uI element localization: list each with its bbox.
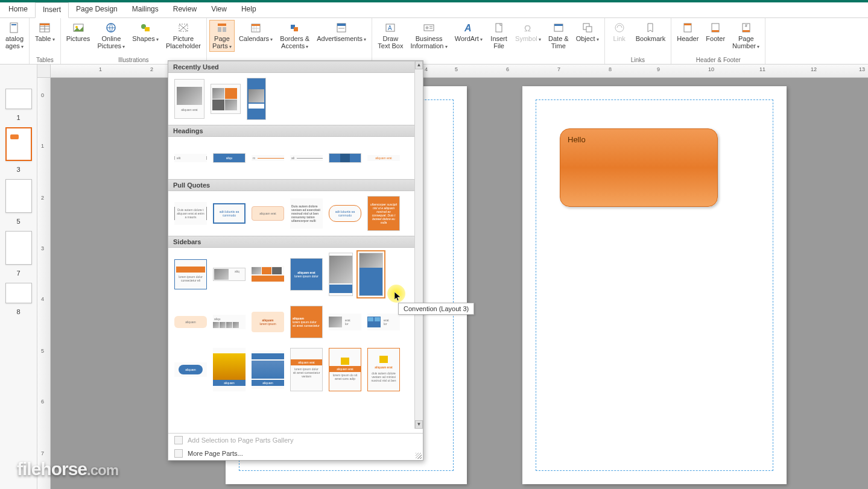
sidebar-thumb-1[interactable]: lorem ipsum dolor consectetur eli (174, 259, 207, 289)
pullquote-thumb-5[interactable]: adit lobortis ea commodo (329, 205, 361, 222)
date-time-button[interactable]: Date &Time (545, 20, 572, 51)
heading-thumb-6[interactable]: aliquam erat (367, 155, 400, 161)
page-number-button[interactable]: # PageNumber (729, 20, 762, 52)
group-label-tables: Tables (32, 56, 58, 64)
tab-help[interactable]: Help (234, 2, 264, 17)
catalog-pages-button[interactable]: atalogages (2, 20, 27, 52)
sidebar-thumb-10[interactable]: aliquamlorem ipsum dolor sit amet consec… (290, 306, 323, 338)
page-thumb-7-label: 7 (16, 270, 20, 277)
svg-rect-1 (11, 24, 16, 25)
tab-view[interactable]: View (204, 2, 234, 17)
svg-point-41 (615, 24, 624, 32)
pictures-icon (72, 22, 84, 34)
page-parts-button[interactable]: PageParts (209, 20, 235, 52)
page-thumb-1[interactable] (5, 89, 32, 109)
bookmark-button[interactable]: Bookmark (633, 20, 669, 44)
insert-file-button[interactable]: InsertFile (487, 20, 511, 51)
sidebar-thumb-9[interactable]: aliquamlorem ipsum (252, 312, 284, 332)
tab-mailings[interactable]: Mailings (125, 2, 166, 17)
watermark-brand: filehorse (17, 459, 87, 479)
pullquote-thumb-4[interactable]: Duis autem dolore veniam ad exercitati n… (290, 198, 323, 229)
more-page-parts[interactable]: More Page Parts... (168, 447, 423, 460)
sidebar-thumb-5[interactable] (329, 253, 353, 296)
page-thumb-3-label: 3 (16, 166, 20, 173)
page-thumb-5-label: 5 (16, 218, 20, 225)
draw-text-box-button[interactable]: A DrawText Box (375, 20, 406, 51)
pullquote-thumb-6[interactable]: ullamcorper suscipit nisl ut e aliquam n… (367, 196, 400, 231)
page-thumb-3[interactable] (5, 127, 32, 161)
wordart-button[interactable]: A WordArt (452, 20, 486, 45)
object-button[interactable]: Object (573, 20, 602, 45)
link-button[interactable]: Link (607, 20, 632, 44)
workspace: 1 3 5 7 8 1 2 3 4 5 6 7 8 9 10 11 12 13 … (0, 65, 868, 489)
picture-placeholder-icon (177, 22, 189, 34)
sidebar-thumb-12[interactable]: eratlor (367, 314, 400, 330)
sidebar-thumb-2[interactable]: aliq (213, 268, 246, 281)
sidebar-thumb-11[interactable]: eratlor (329, 314, 361, 330)
pullquote-thumb-2[interactable]: adit lobortis ea commodo (213, 203, 246, 224)
scroll-down-icon[interactable]: ▼ (415, 420, 423, 429)
business-info-button[interactable]: BusinessInformation (407, 20, 450, 52)
sidebar-thumb-15[interactable]: aliquam (252, 350, 284, 389)
table-button[interactable]: Table (32, 20, 58, 45)
heading-thumb-2[interactable]: aliqu (213, 153, 246, 163)
advertisements-button[interactable]: Advertisements (314, 20, 369, 45)
bookmark-icon (644, 22, 656, 34)
recent-thumb-1[interactable]: aliquam erat (174, 79, 204, 119)
footer-button[interactable]: Footer (703, 20, 728, 44)
recent-thumb-3[interactable] (247, 78, 266, 120)
tab-page-design[interactable]: Page Design (69, 2, 125, 17)
tab-home[interactable]: Home (1, 2, 35, 17)
sidebar-thumb-8[interactable]: aliqu (213, 315, 246, 329)
sidebar-thumb-3[interactable] (252, 266, 284, 283)
symbol-button[interactable]: Ω Symbol (512, 20, 544, 45)
tab-review[interactable]: Review (166, 2, 204, 17)
sidebar-thumb-17[interactable]: aliquam eratlorem ipsum do sit amet cons… (329, 348, 361, 391)
sidebar-thumb-4[interactable]: aliquam eratlorem ipsum dolor (290, 258, 323, 291)
vertical-ruler[interactable]: 0 1 2 3 4 5 6 7 (37, 78, 51, 489)
symbol-icon: Ω (522, 22, 534, 34)
page-right[interactable]: Hello (522, 86, 787, 484)
text-box-icon: A (384, 22, 396, 34)
gallery-scrollbar[interactable]: ▲ ▼ (414, 61, 423, 429)
borders-accents-button[interactable]: Borders &Accents (277, 20, 312, 52)
page-thumb-7[interactable] (5, 231, 32, 265)
link-icon (613, 22, 626, 34)
sidebar-thumb-16[interactable]: aliquam eratlorem ipsum dolor sit amet c… (290, 348, 323, 391)
pullquote-thumb-3[interactable]: aliquam erat (252, 206, 284, 221)
svg-rect-45 (712, 30, 719, 32)
mini-shape-icon (10, 134, 19, 139)
group-label-pages (2, 56, 27, 64)
picture-placeholder-button[interactable]: PicturePlaceholder (163, 20, 204, 51)
shapes-button[interactable]: Shapes (129, 20, 162, 45)
svg-rect-38 (554, 24, 563, 26)
sidebar-thumb-7[interactable]: aliquam (174, 316, 207, 328)
page-thumb-8[interactable] (5, 283, 32, 303)
heading-thumb-3[interactable]: m (252, 155, 284, 161)
svg-text:A: A (388, 25, 392, 31)
sidebar-thumb-13[interactable]: aliquam (174, 362, 207, 377)
add-to-gallery-icon (174, 436, 183, 444)
recent-thumb-2[interactable] (211, 84, 241, 114)
heading-thumb-4[interactable]: ali (290, 155, 323, 161)
scroll-up-icon[interactable]: ▲ (415, 61, 423, 69)
section-headings: Headings (168, 125, 414, 137)
heading-thumb-1[interactable]: elit (174, 154, 207, 162)
calendars-button[interactable]: Calendars (236, 20, 276, 45)
online-pictures-button[interactable]: OnlinePictures (94, 20, 128, 52)
page-thumb-5[interactable] (5, 179, 32, 213)
sidebar-thumb-18[interactable]: aliquam eratduis autem dolore veniam ad … (367, 348, 400, 391)
hello-text-box[interactable]: Hello (560, 128, 718, 207)
pictures-button[interactable]: Pictures (63, 20, 93, 44)
insert-file-icon (493, 22, 505, 34)
sidebar-thumb-6-convention-layout-3[interactable] (359, 253, 383, 296)
tooltip-convention-layout-3: Convention (Layout 3) (398, 303, 474, 315)
header-button[interactable]: Header (674, 20, 702, 44)
pullquote-thumb-1[interactable]: Duis autem dolore t aliquam erat at enim… (174, 202, 207, 225)
svg-rect-16 (218, 27, 221, 32)
resize-grip-icon[interactable] (416, 453, 422, 459)
heading-thumb-5[interactable] (329, 153, 361, 163)
sidebar-thumb-14[interactable]: aliquam (213, 348, 246, 391)
tab-insert[interactable]: Insert (35, 2, 69, 18)
svg-rect-17 (223, 27, 226, 32)
